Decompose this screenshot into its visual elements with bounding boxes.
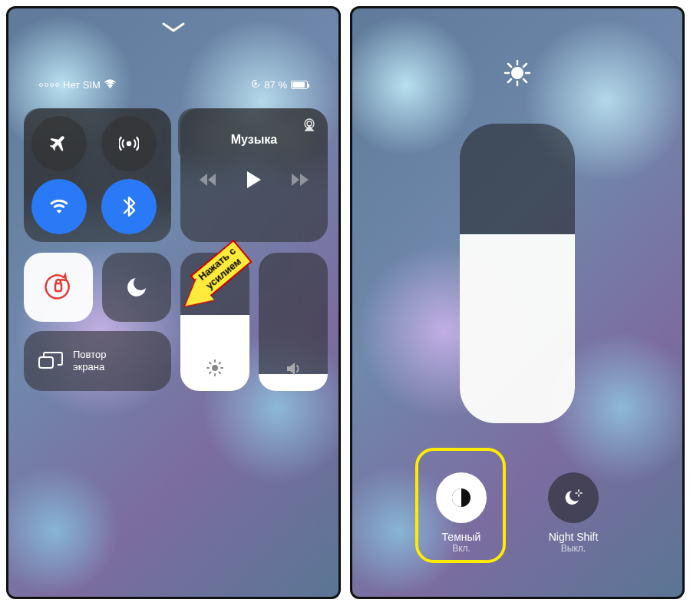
screen-mirror-icon xyxy=(38,351,64,371)
rotation-lock-button[interactable] xyxy=(24,253,93,322)
night-shift-icon xyxy=(562,486,585,509)
svg-line-12 xyxy=(220,373,221,374)
svg-rect-1 xyxy=(255,82,257,85)
svg-line-42 xyxy=(508,64,511,67)
screen-mirror-label: Повтор экрана xyxy=(73,349,106,373)
svg-line-43 xyxy=(523,79,527,82)
battery-icon xyxy=(291,81,308,89)
prev-track-icon[interactable] xyxy=(200,174,216,189)
svg-point-37 xyxy=(511,67,523,79)
dark-mode-label: Темный xyxy=(436,531,487,543)
night-shift-state: Выкл. xyxy=(548,543,599,554)
carrier-label: Нет SIM xyxy=(63,79,101,91)
phone-brightness-expanded: Темный Вкл. Night Shift Выкл. xyxy=(350,6,685,599)
do-not-disturb-button[interactable] xyxy=(102,253,171,322)
phone-control-center: Нет SIM 87 % xyxy=(6,6,341,599)
night-shift-label: Night Shift xyxy=(548,531,599,543)
airplane-mode-button[interactable] xyxy=(31,116,87,171)
next-track-icon[interactable] xyxy=(292,174,309,189)
bluetooth-button[interactable] xyxy=(101,179,157,234)
connectivity-tile[interactable] xyxy=(24,108,171,242)
dark-mode-icon xyxy=(450,486,473,509)
rotation-lock-status-icon xyxy=(251,79,260,91)
brightness-slider[interactable] xyxy=(180,253,249,391)
dark-mode-state: Вкл. xyxy=(436,543,487,554)
wifi-button[interactable] xyxy=(31,179,87,234)
svg-rect-15 xyxy=(39,357,53,368)
svg-point-2 xyxy=(127,142,130,145)
wifi-icon xyxy=(104,79,116,91)
play-icon[interactable] xyxy=(247,171,261,191)
dark-mode-button[interactable]: Темный Вкл. xyxy=(436,472,487,554)
svg-line-44 xyxy=(508,79,511,82)
svg-line-13 xyxy=(210,373,211,374)
speaker-icon xyxy=(285,360,302,380)
airplay-icon[interactable] xyxy=(302,118,317,134)
screen-mirroring-button[interactable]: Повтор экрана xyxy=(24,331,171,391)
svg-line-14 xyxy=(220,363,221,364)
night-shift-button[interactable]: Night Shift Выкл. xyxy=(548,472,599,554)
svg-point-6 xyxy=(212,365,218,371)
sun-icon xyxy=(504,59,531,90)
brightness-large-slider[interactable] xyxy=(460,124,575,423)
svg-line-45 xyxy=(523,64,527,67)
svg-rect-5 xyxy=(55,283,61,291)
music-title: Музыка xyxy=(194,133,314,147)
status-bar: Нет SIM 87 % xyxy=(39,79,308,91)
sun-icon xyxy=(206,359,224,380)
svg-line-11 xyxy=(210,363,211,364)
signal-dots-icon xyxy=(39,83,59,87)
cellular-data-button[interactable] xyxy=(101,116,157,171)
music-tile[interactable]: Музыка xyxy=(180,108,328,242)
volume-slider[interactable] xyxy=(259,253,328,391)
chevron-down-icon[interactable] xyxy=(162,22,185,36)
battery-pct: 87 % xyxy=(264,79,287,91)
